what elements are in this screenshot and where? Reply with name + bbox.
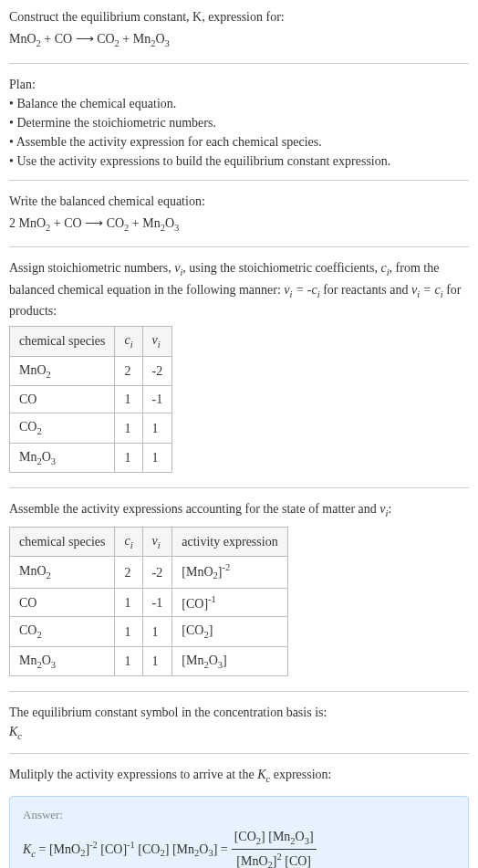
nu-var: νi xyxy=(174,261,182,275)
multiply-section: Mulitply the activity expressions to arr… xyxy=(9,765,469,790)
table-row: Mn2O3 1 1 [Mn2O3] xyxy=(10,646,288,676)
answer-fraction: [CO2] [Mn2O3] [MnO2]2 [CO] xyxy=(232,827,317,868)
symbol-line1: The equilibrium constant symbol in the c… xyxy=(9,703,469,722)
plan-item: • Balance the chemical equation. xyxy=(9,94,469,113)
intro-equation: MnO2 + CO ⟶ CO2 + Mn2O3 xyxy=(9,29,469,51)
table-cell: Mn2O3 xyxy=(10,443,115,473)
balanced-equation: 2 MnO2 + CO ⟶ CO2 + Mn2O3 xyxy=(9,214,469,235)
table-cell: 1 xyxy=(142,617,172,647)
table-cell: CO xyxy=(10,386,115,413)
plan-item: • Use the activity expressions to build … xyxy=(9,152,469,171)
kc-var: Kc xyxy=(257,768,270,781)
balanced-heading: Write the balanced chemical equation: xyxy=(9,192,469,211)
table-cell: Mn2O3 xyxy=(10,646,115,676)
table-cell: 1 xyxy=(115,443,142,473)
table-cell: 1 xyxy=(115,588,142,617)
symbol-kc: Kc xyxy=(9,722,469,744)
table-header: activity expression xyxy=(172,527,287,557)
frac-denominator: [MnO2]2 [CO] xyxy=(232,850,317,868)
table-row: chemical species ci νi activity expressi… xyxy=(10,527,288,557)
table-cell: [MnO2]-2 xyxy=(172,557,287,588)
answer-label: Answer: xyxy=(23,806,455,824)
table-row: CO 1 -1 xyxy=(10,386,172,413)
activity-section: Assemble the activity expressions accoun… xyxy=(9,499,469,692)
rel1: νi = -ci xyxy=(284,283,319,297)
table-cell: CO xyxy=(10,588,115,617)
plan-item: • Determine the stoichiometric numbers. xyxy=(9,113,469,132)
table-cell: [Mn2O3] xyxy=(172,646,287,676)
frac-numerator: [CO2] [Mn2O3] xyxy=(232,827,317,850)
assign-section: Assign stoichiometric numbers, νi, using… xyxy=(9,258,469,488)
plan-section: Plan: • Balance the chemical equation. •… xyxy=(9,75,469,181)
table-cell: -1 xyxy=(142,588,172,617)
assign-text: Assign stoichiometric numbers, νi, using… xyxy=(9,258,469,320)
table-cell: CO2 xyxy=(10,617,115,647)
table-cell: MnO2 xyxy=(10,557,115,588)
answer-box: Answer: Kc = [MnO2]-2 [CO]-1 [CO2] [Mn2O… xyxy=(9,796,469,868)
table-cell: 1 xyxy=(142,646,172,676)
table-cell: 2 xyxy=(115,557,142,588)
table-cell: -1 xyxy=(142,386,172,413)
table-row: CO 1 -1 [CO]-1 xyxy=(10,588,288,617)
table-header: νi xyxy=(142,327,172,357)
answer-equation: Kc = [MnO2]-2 [CO]-1 [CO2] [Mn2O3] = [CO… xyxy=(23,827,455,868)
table-cell: -2 xyxy=(142,557,172,588)
multiply-heading: Mulitply the activity expressions to arr… xyxy=(9,765,469,787)
table-header: νi xyxy=(142,527,172,557)
table-header: chemical species xyxy=(10,527,115,557)
table-row: CO2 1 1 xyxy=(10,413,172,444)
table-cell: 2 xyxy=(115,356,142,386)
stoich-table: chemical species ci νi MnO2 2 -2 CO 1 -1… xyxy=(9,326,172,473)
activity-table: chemical species ci νi activity expressi… xyxy=(9,527,288,677)
table-header: ci xyxy=(115,527,142,557)
table-cell: 1 xyxy=(115,646,142,676)
table-cell: [CO2] xyxy=(172,617,287,647)
table-cell: 1 xyxy=(115,617,142,647)
table-cell: [CO]-1 xyxy=(172,588,287,617)
plan-item: • Assemble the activity expression for e… xyxy=(9,132,469,152)
activity-heading: Assemble the activity expressions accoun… xyxy=(9,499,469,521)
table-cell: 1 xyxy=(142,443,172,473)
table-row: MnO2 2 -2 xyxy=(10,356,172,386)
table-cell: 1 xyxy=(142,413,172,444)
table-header: ci xyxy=(115,327,142,357)
c-var: ci xyxy=(380,261,389,275)
rel2: νi = ci xyxy=(411,283,443,297)
table-cell: MnO2 xyxy=(10,356,115,386)
symbol-section: The equilibrium constant symbol in the c… xyxy=(9,703,469,754)
balanced-section: Write the balanced chemical equation: 2 … xyxy=(9,192,469,248)
intro-text: Construct the equilibrium constant, K, e… xyxy=(9,7,469,26)
table-row: Mn2O3 1 1 xyxy=(10,443,172,473)
answer-lhs: Kc = [MnO2]-2 [CO]-1 [CO2] [Mn2O3] = xyxy=(23,838,228,861)
intro-section: Construct the equilibrium constant, K, e… xyxy=(9,7,469,64)
table-header: chemical species xyxy=(10,327,115,357)
table-row: MnO2 2 -2 [MnO2]-2 xyxy=(10,557,288,588)
plan-heading: Plan: xyxy=(9,75,469,94)
table-cell: 1 xyxy=(115,413,142,444)
table-row: CO2 1 1 [CO2] xyxy=(10,617,288,647)
table-cell: 1 xyxy=(115,386,142,413)
table-cell: -2 xyxy=(142,356,172,386)
table-row: chemical species ci νi xyxy=(10,327,172,357)
table-cell: CO2 xyxy=(10,413,115,444)
intro-line1: Construct the equilibrium constant, K, e… xyxy=(9,10,285,24)
